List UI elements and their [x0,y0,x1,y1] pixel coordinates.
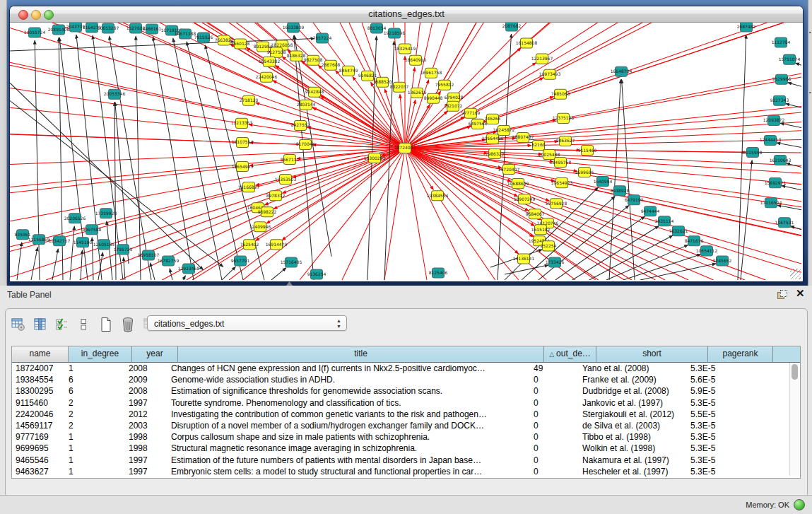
graph-node-yellow[interactable]: 8454749 [339,66,358,76]
column-header-out-de-[interactable]: △out_de… [544,346,596,362]
table-cell[interactable]: 9699695 [12,443,65,454]
graph-node-yellow[interactable]: 2867608 [322,60,341,70]
table-cell[interactable]: 5.3E-5 [687,443,748,454]
table-cell[interactable]: 2009 [125,374,167,385]
table-cell[interactable]: 2012 [125,409,167,420]
graph-node-teal[interactable]: 1795725 [114,245,133,255]
graph-node-yellow[interactable]: 8427552 [291,120,310,130]
table-cell[interactable]: 2003 [125,420,167,431]
table-cell[interactable]: Genome-wide association studies in ADHD. [167,374,530,385]
table-cell[interactable]: 22420046 [12,409,65,420]
citation-graph[interactable]: 1405572420891406204371911642751065328715… [10,23,801,280]
table-cell[interactable]: Hescheler et al. (1997) [579,466,687,477]
table-cell[interactable]: 18300295 [12,385,65,397]
graph-node-yellow[interactable]: 746266 [485,114,501,124]
table-cell[interactable]: 14569117 [12,420,65,431]
graph-node-teal[interactable]: 1145190 [73,238,93,247]
table-vertical-scrollbar[interactable] [789,363,799,476]
graph-node-teal[interactable]: 6479197 [625,195,644,205]
table-cell[interactable]: Franke et al. (2009) [579,374,687,385]
graph-node-teal[interactable]: 7815526 [194,33,213,42]
select-all-button[interactable] [54,315,71,334]
table-cell[interactable]: 0 [530,466,579,477]
graph-node-yellow[interactable]: 12213967 [531,54,553,64]
table-cell[interactable]: 6 [65,385,125,397]
show-columns-button[interactable] [32,315,49,334]
graph-node-teal[interactable]: 7857224 [313,33,332,43]
graph-node-yellow[interactable]: 19654923 [551,178,573,188]
graph-node-yellow[interactable]: 9827508 [304,55,323,65]
graph-node-teal[interactable]: 1640954 [594,177,613,187]
table-row[interactable]: 977716911998Corpus callosum shape and si… [12,431,800,443]
graph-node-teal[interactable]: 14671388 [175,29,196,39]
table-row[interactable]: 946362711997Embryonic stem cells: a mode… [12,466,800,477]
table-cell[interactable]: 0 [530,374,579,385]
table-cell[interactable]: Nakamura et al. (1997) [579,455,687,466]
graph-node-teal[interactable]: 15716485 [281,257,302,267]
table-cell[interactable]: 19384554 [12,374,65,385]
table-cell[interactable]: 5.9E-5 [687,385,748,397]
graph-node-yellow[interactable]: 252254 [541,241,557,251]
graph-node-teal[interactable]: 11156869 [28,235,50,245]
graph-node-teal[interactable]: 17359928 [95,209,117,218]
table-cell[interactable]: 2008 [125,385,167,397]
graph-node-yellow[interactable]: 9242848 [305,87,324,97]
graph-node-yellow[interactable]: 8170044 [296,139,315,149]
graph-node-teal[interactable]: 9997588 [83,225,102,235]
table-row[interactable]: 2242004622012Investigating the contribut… [12,409,800,420]
table-cell[interactable]: Structural magnetic resonance image aver… [167,443,530,454]
graph-node-yellow[interactable]: 1821072 [444,101,463,111]
graph-node-teal[interactable]: 16648784 [611,66,632,76]
graph-node-teal[interactable]: 2687482 [737,23,756,32]
table-cell[interactable]: 2 [65,409,125,420]
graph-node-teal[interactable]: 15751074 [779,54,801,64]
graph-node-yellow[interactable]: 19654983 [232,162,254,172]
graph-node-yellow[interactable]: 16914479 [266,240,288,250]
window-titlebar[interactable]: citations_edges.txt [10,6,803,23]
graph-node-yellow[interactable]: 19756928 [546,199,567,209]
graph-node-yellow[interactable]: 16154808 [516,38,538,48]
table-cell[interactable]: Disruption of a novel member of a sodium… [167,420,530,431]
graph-node-teal[interactable]: 20206526 [64,214,86,223]
table-cell[interactable]: Estimation of the future numbers of pati… [167,455,530,466]
table-cell[interactable]: 1998 [125,431,167,443]
table-cell[interactable]: 1 [65,466,125,477]
column-header-in-degree[interactable]: in_degree [69,346,132,362]
column-header-short[interactable]: short [596,346,708,362]
graph-node-teal[interactable]: 2087682 [502,23,522,31]
table-cell[interactable]: 2 [65,420,125,431]
table-row[interactable]: 946554611997Estimation of the future num… [12,455,800,466]
graph-node-yellow[interactable]: 7485063 [551,89,570,99]
graph-node-teal[interactable]: 8471676 [685,236,704,246]
table-cell[interactable]: 9465546 [12,455,65,466]
network-canvas[interactable]: 1405572420891406204371911642751065328715… [10,23,801,280]
graph-node-yellow[interactable]: 8186328 [287,51,306,61]
graph-node-teal[interactable]: 12923468 [178,264,200,274]
graph-node-teal[interactable]: 9657791 [231,256,250,266]
table-cell[interactable]: Investigating the contribution of common… [167,409,530,420]
graph-node-yellow[interactable]: 8322037 [390,82,409,92]
graph-node-yellow[interactable]: 18107554 [232,137,254,147]
table-cell[interactable]: 5.3E-5 [687,420,748,431]
column-header-name[interactable]: name [12,346,69,362]
graph-node-teal[interactable]: 10654112 [696,246,718,256]
graph-node-yellow[interactable]: 9127508 [267,47,286,57]
table-cell[interactable]: Changes of HCN gene expression and I(f) … [167,363,530,374]
graph-node-yellow[interactable]: 14136141 [513,254,535,264]
table-cell[interactable]: 6 [65,374,125,385]
table-cell[interactable]: Tourette syndrome. Phenomenology and cla… [167,397,530,409]
deselect-all-button[interactable] [76,315,93,334]
table-cell[interactable]: 5.3E-5 [687,363,748,374]
graph-node-yellow[interactable]: 8990448 [424,93,443,103]
table-mode-button[interactable] [10,315,27,334]
graph-node-teal[interactable]: 1733426 [546,257,565,267]
graph-node-yellow[interactable]: 8667110 [281,155,300,165]
graph-node-yellow[interactable]: 2718120 [240,95,259,105]
graph-node-teal[interactable]: 20053346 [104,89,126,99]
table-row[interactable]: 969969511998Structural magnetic resonanc… [12,443,800,454]
table-cell[interactable]: 0 [530,443,579,454]
table-cell[interactable]: 1997 [125,397,167,409]
table-cell[interactable]: Wolkin et al. (1998) [579,443,687,454]
table-cell[interactable]: 5.3E-5 [687,431,748,443]
graph-node-teal[interactable]: 8125406 [429,268,448,278]
